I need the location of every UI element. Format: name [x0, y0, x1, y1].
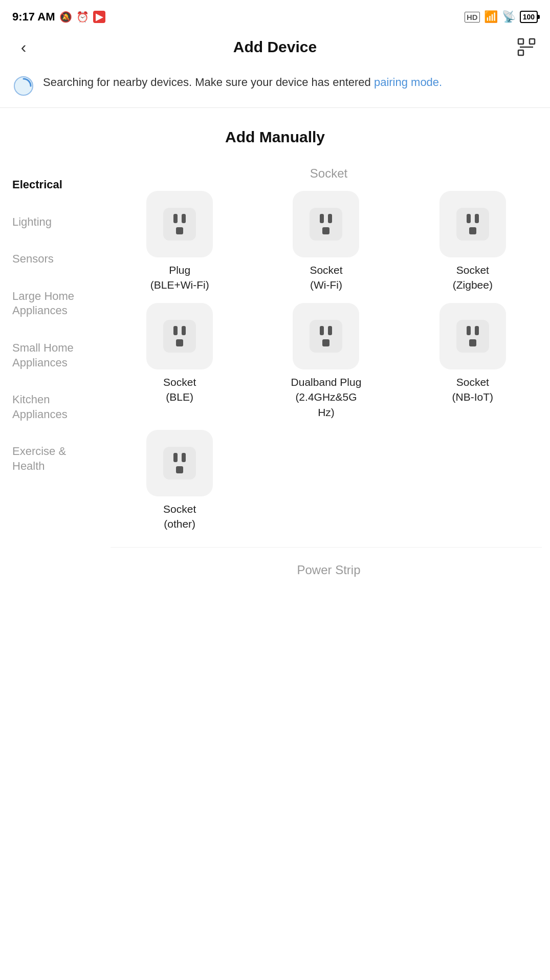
- svg-rect-15: [475, 214, 479, 223]
- sidebar-item-kitchen-appliances[interactable]: Kitchen Appliances: [0, 381, 102, 433]
- svg-rect-29: [163, 447, 196, 480]
- device-item-socket-wifi[interactable]: Socket(Wi-Fi): [257, 191, 395, 293]
- svg-rect-0: [518, 39, 523, 44]
- svg-rect-20: [176, 339, 183, 346]
- svg-rect-14: [467, 214, 471, 223]
- svg-rect-13: [456, 208, 489, 241]
- svg-rect-8: [176, 227, 183, 234]
- pairing-mode-link[interactable]: pairing mode.: [374, 76, 442, 89]
- sidebar-item-lighting[interactable]: Lighting: [0, 204, 102, 241]
- sidebar-item-sensors[interactable]: Sensors: [0, 241, 102, 278]
- sidebar-item-electrical[interactable]: Electrical: [0, 166, 102, 204]
- svg-rect-6: [173, 214, 178, 223]
- device-item-plug-ble-wifi[interactable]: Plug(BLE+Wi-Fi): [111, 191, 249, 293]
- mute-icon: 🔕: [59, 11, 72, 23]
- device-area: Socket Plug(BLE+Wi-Fi): [102, 161, 550, 587]
- svg-rect-1: [530, 39, 535, 44]
- scan-button[interactable]: [515, 36, 538, 58]
- back-button[interactable]: ‹: [12, 36, 35, 58]
- socket-wifi-icon-box: [293, 191, 359, 257]
- svg-rect-9: [310, 208, 342, 241]
- socket-nb-iot-icon-box: [439, 303, 506, 369]
- hd-label: HD: [465, 12, 480, 23]
- sidebar-item-large-home-appliances[interactable]: Large Home Appliances: [0, 278, 102, 330]
- svg-rect-30: [173, 453, 178, 462]
- search-banner: Searching for nearby devices. Make sure …: [0, 67, 550, 107]
- time-label: 9:17 AM: [12, 10, 55, 24]
- search-text: Searching for nearby devices. Make sure …: [43, 74, 442, 91]
- svg-rect-16: [469, 227, 476, 234]
- search-spinner-icon: [12, 75, 35, 97]
- signal-icon: 📶: [484, 10, 498, 24]
- top-nav: ‹ Add Device: [0, 31, 550, 67]
- battery-indicator: 100: [520, 11, 538, 23]
- svg-rect-21: [310, 320, 342, 353]
- alarm-icon: ⏰: [76, 11, 89, 23]
- status-time: 9:17 AM 🔕 ⏰ ▶: [12, 10, 105, 24]
- section-divider: [111, 547, 542, 548]
- svg-rect-32: [176, 466, 183, 473]
- sidebar: Electrical Lighting Sensors Large Home A…: [0, 161, 102, 587]
- svg-rect-24: [322, 339, 329, 346]
- socket-other-icon-box: [146, 430, 213, 496]
- battery-level: 100: [523, 13, 535, 21]
- plug-ble-wifi-icon-box: [146, 191, 213, 257]
- svg-rect-25: [456, 320, 489, 353]
- dualband-plug-icon-box: [293, 303, 359, 369]
- section-label-socket: Socket: [111, 161, 542, 191]
- socket-ble-label: Socket(BLE): [163, 375, 196, 405]
- content-area: Electrical Lighting Sensors Large Home A…: [0, 161, 550, 587]
- svg-rect-31: [182, 453, 186, 462]
- status-right-area: HD 📶 📡 100: [465, 10, 538, 24]
- svg-rect-23: [328, 326, 332, 335]
- svg-rect-19: [182, 326, 186, 335]
- sidebar-item-exercise-health[interactable]: Exercise & Health: [0, 433, 102, 485]
- plug-ble-wifi-label: Plug(BLE+Wi-Fi): [150, 263, 209, 293]
- socket-ble-icon-box: [146, 303, 213, 369]
- svg-rect-2: [518, 50, 523, 55]
- svg-rect-5: [163, 208, 196, 241]
- svg-rect-26: [467, 326, 471, 335]
- device-item-dualband-plug[interactable]: Dualband Plug(2.4GHz&5GHz): [257, 303, 395, 420]
- socket-zigbee-label: Socket(Zigbee): [453, 263, 493, 293]
- socket-zigbee-icon-box: [439, 191, 506, 257]
- status-bar: 9:17 AM 🔕 ⏰ ▶ HD 📶 📡 100: [0, 0, 550, 31]
- socket-other-label: Socket(other): [163, 502, 196, 532]
- svg-rect-28: [469, 339, 476, 346]
- svg-rect-11: [328, 214, 332, 223]
- socket-nb-iot-label: Socket(NB-IoT): [452, 375, 494, 405]
- svg-rect-7: [182, 214, 186, 223]
- svg-rect-18: [173, 326, 178, 335]
- svg-rect-22: [320, 326, 324, 335]
- device-item-socket-other[interactable]: Socket(other): [111, 430, 249, 532]
- device-item-socket-nb-iot[interactable]: Socket(NB-IoT): [404, 303, 542, 420]
- device-item-socket-zigbee[interactable]: Socket(Zigbee): [404, 191, 542, 293]
- section-label-power-strip: Power Strip: [111, 558, 542, 587]
- search-text-before: Searching for nearby devices. Make sure …: [43, 76, 374, 89]
- dualband-plug-label: Dualband Plug(2.4GHz&5GHz): [291, 375, 362, 420]
- device-item-socket-ble[interactable]: Socket(BLE): [111, 303, 249, 420]
- svg-rect-27: [475, 326, 479, 335]
- page-title: Add Device: [233, 38, 317, 56]
- record-icon: ▶: [93, 11, 105, 23]
- svg-rect-12: [322, 227, 329, 234]
- add-manually-title: Add Manually: [0, 108, 550, 161]
- wifi-icon: 📡: [502, 10, 516, 24]
- socket-wifi-label: Socket(Wi-Fi): [310, 263, 342, 293]
- svg-rect-17: [163, 320, 196, 353]
- device-grid-sockets: Plug(BLE+Wi-Fi) Socket(Wi-Fi): [111, 191, 542, 542]
- sidebar-item-small-home-appliances[interactable]: Small Home Appliances: [0, 330, 102, 381]
- svg-rect-10: [320, 214, 324, 223]
